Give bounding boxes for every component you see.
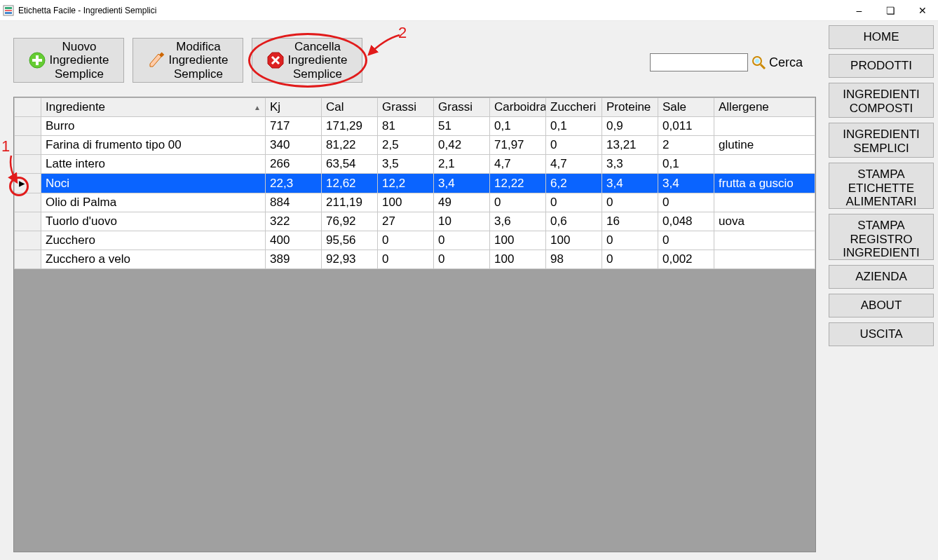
cell[interactable]: Tuorlo d'uovo <box>41 212 266 231</box>
minimize-button[interactable]: – <box>843 0 875 21</box>
cell[interactable]: 51 <box>434 117 490 136</box>
search-icon[interactable] <box>751 55 766 70</box>
nav-ingredienti-semplici[interactable]: INGREDIENTI SEMPLICI <box>829 123 934 158</box>
cell[interactable]: 0 <box>434 231 490 250</box>
cell[interactable]: Olio di Palma <box>41 193 266 212</box>
cell[interactable]: 171,29 <box>322 117 378 136</box>
cell[interactable]: 22,3 <box>266 174 322 193</box>
cell[interactable]: 0,6 <box>546 212 602 231</box>
cell[interactable]: 0,048 <box>658 212 714 231</box>
cell[interactable]: Zucchero a velo <box>41 250 266 269</box>
cell[interactable]: 100 <box>490 250 546 269</box>
data-grid[interactable]: Ingrediente▲KjCalGrassiGrassiCarboidraZu… <box>13 97 816 552</box>
nav-azienda[interactable]: AZIENDA <box>829 265 934 289</box>
cell[interactable]: 49 <box>434 193 490 212</box>
column-header[interactable]: Sale <box>658 98 714 117</box>
cell[interactable]: 0 <box>378 231 434 250</box>
new-ingredient-button[interactable]: Nuovo Ingrediente Semplice <box>13 38 124 83</box>
cell[interactable]: 0 <box>378 250 434 269</box>
cell[interactable]: Latte intero <box>41 155 266 174</box>
row-header[interactable]: ▸ <box>15 174 41 193</box>
nav-prodotti[interactable]: PRODOTTI <box>829 54 934 78</box>
cell[interactable] <box>714 117 815 136</box>
delete-ingredient-button[interactable]: Cancella Ingrediente Semplice <box>252 38 362 83</box>
cell[interactable]: 389 <box>266 250 322 269</box>
cell[interactable]: 717 <box>266 117 322 136</box>
cell[interactable]: Noci <box>41 174 266 193</box>
cell[interactable]: 16 <box>602 212 658 231</box>
cell[interactable]: Zucchero <box>41 231 266 250</box>
cell[interactable] <box>714 155 815 174</box>
column-header[interactable]: Grassi <box>434 98 490 117</box>
cell[interactable]: 0 <box>602 193 658 212</box>
cell[interactable]: 81 <box>378 117 434 136</box>
cell[interactable]: 4,7 <box>546 155 602 174</box>
cell[interactable]: Farina di frumento tipo 00 <box>41 136 266 155</box>
cell[interactable]: 12,22 <box>490 174 546 193</box>
column-header[interactable]: Cal <box>322 98 378 117</box>
cell[interactable]: 3,6 <box>490 212 546 231</box>
cell[interactable]: 0 <box>602 250 658 269</box>
row-header[interactable] <box>15 136 41 155</box>
column-header[interactable]: Proteine <box>602 98 658 117</box>
column-header[interactable]: Grassi <box>378 98 434 117</box>
cell[interactable]: 0 <box>602 231 658 250</box>
nav-stampa-registro[interactable]: STAMPA REGISTRO INGREDIENTI <box>829 214 934 260</box>
table-row[interactable]: Latte intero26663,543,52,14,74,73,30,1 <box>15 155 815 174</box>
cell[interactable]: 76,92 <box>322 212 378 231</box>
cell[interactable]: 3,4 <box>602 174 658 193</box>
cell[interactable]: 266 <box>266 155 322 174</box>
cell[interactable]: Burro <box>41 117 266 136</box>
nav-ingredienti-composti[interactable]: INGREDIENTI COMPOSTI <box>829 83 934 118</box>
cell[interactable]: 12,2 <box>378 174 434 193</box>
cell[interactable]: 0 <box>490 193 546 212</box>
search-label[interactable]: Cerca <box>769 55 803 70</box>
cell[interactable]: 81,22 <box>322 136 378 155</box>
row-header[interactable] <box>15 212 41 231</box>
column-header[interactable]: Kj <box>266 98 322 117</box>
search-input[interactable] <box>650 53 748 71</box>
cell[interactable]: 6,2 <box>546 174 602 193</box>
cell[interactable]: 10 <box>434 212 490 231</box>
nav-uscita[interactable]: USCITA <box>829 322 934 346</box>
cell[interactable]: 12,62 <box>322 174 378 193</box>
column-header[interactable]: Carboidra <box>490 98 546 117</box>
cell[interactable]: frutta a guscio <box>714 174 815 193</box>
cell[interactable]: uova <box>714 212 815 231</box>
cell[interactable]: 27 <box>378 212 434 231</box>
column-header[interactable]: Allergene <box>714 98 815 117</box>
cell[interactable]: 2,5 <box>378 136 434 155</box>
cell[interactable]: 0,1 <box>658 155 714 174</box>
nav-about[interactable]: ABOUT <box>829 294 934 317</box>
row-header[interactable] <box>15 117 41 136</box>
cell[interactable]: 3,3 <box>602 155 658 174</box>
row-header[interactable] <box>15 250 41 269</box>
cell[interactable]: 0,002 <box>658 250 714 269</box>
cell[interactable] <box>714 231 815 250</box>
cell[interactable]: 0 <box>658 231 714 250</box>
cell[interactable]: 0,1 <box>546 117 602 136</box>
table-row[interactable]: ▸Noci22,312,6212,23,412,226,23,43,4frutt… <box>15 174 815 193</box>
cell[interactable]: 322 <box>266 212 322 231</box>
cell[interactable]: 92,93 <box>322 250 378 269</box>
cell[interactable]: 63,54 <box>322 155 378 174</box>
cell[interactable]: 400 <box>266 231 322 250</box>
cell[interactable]: 95,56 <box>322 231 378 250</box>
cell[interactable]: 71,97 <box>490 136 546 155</box>
table-row[interactable]: Burro717171,2981510,10,10,90,011 <box>15 117 815 136</box>
cell[interactable]: 211,19 <box>322 193 378 212</box>
table-row[interactable]: Zucchero40095,560010010000 <box>15 231 815 250</box>
cell[interactable]: 0 <box>546 193 602 212</box>
cell[interactable]: 100 <box>490 231 546 250</box>
cell[interactable]: 0,9 <box>602 117 658 136</box>
cell[interactable]: 3,4 <box>434 174 490 193</box>
cell[interactable]: 0 <box>546 136 602 155</box>
cell[interactable]: 3,4 <box>658 174 714 193</box>
cell[interactable]: 100 <box>378 193 434 212</box>
cell[interactable]: 0,1 <box>490 117 546 136</box>
cell[interactable]: 2,1 <box>434 155 490 174</box>
cell[interactable]: 884 <box>266 193 322 212</box>
cell[interactable]: 340 <box>266 136 322 155</box>
cell[interactable]: 100 <box>546 231 602 250</box>
modify-ingredient-button[interactable]: Modifica Ingrediente Semplice <box>132 38 243 83</box>
